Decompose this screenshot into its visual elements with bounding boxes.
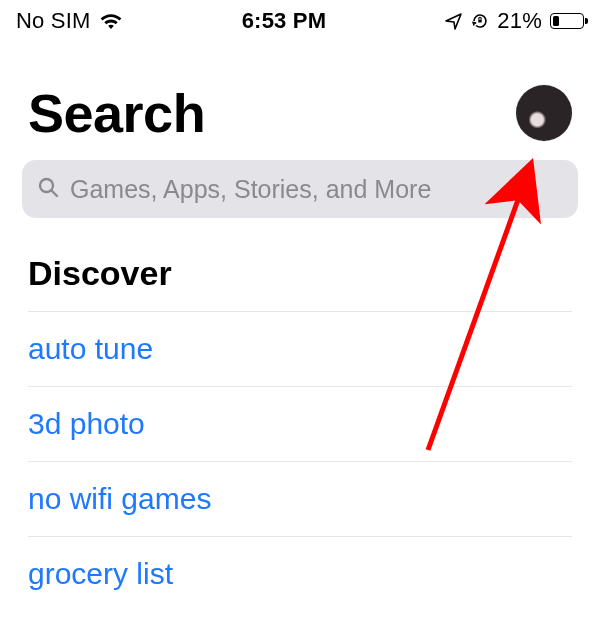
search-field-container — [0, 144, 600, 218]
status-bar-left: No SIM — [16, 8, 123, 34]
battery-fill — [553, 16, 559, 26]
search-icon — [36, 175, 60, 203]
discover-item[interactable]: grocery list — [28, 537, 572, 611]
svg-rect-0 — [479, 20, 482, 23]
status-bar-right: 21% — [445, 8, 584, 34]
discover-item[interactable]: auto tune — [28, 312, 572, 387]
profile-avatar[interactable] — [516, 85, 572, 141]
header: Search — [0, 34, 600, 144]
search-field[interactable] — [22, 160, 578, 218]
search-input[interactable] — [70, 175, 564, 204]
orientation-lock-icon — [471, 12, 489, 30]
wifi-icon — [99, 12, 123, 30]
discover-section: Discover auto tune 3d photo no wifi game… — [0, 218, 600, 611]
svg-line-2 — [52, 191, 58, 197]
carrier-label: No SIM — [16, 8, 91, 34]
discover-list: auto tune 3d photo no wifi games grocery… — [28, 312, 572, 611]
battery-icon — [550, 13, 584, 29]
status-bar: No SIM 6:53 PM 21% — [0, 0, 600, 34]
discover-item[interactable]: 3d photo — [28, 387, 572, 462]
status-time: 6:53 PM — [242, 8, 327, 34]
page-title: Search — [28, 82, 205, 144]
discover-item[interactable]: no wifi games — [28, 462, 572, 537]
discover-heading: Discover — [28, 254, 572, 312]
location-icon — [445, 12, 463, 30]
battery-percent-label: 21% — [497, 8, 542, 34]
